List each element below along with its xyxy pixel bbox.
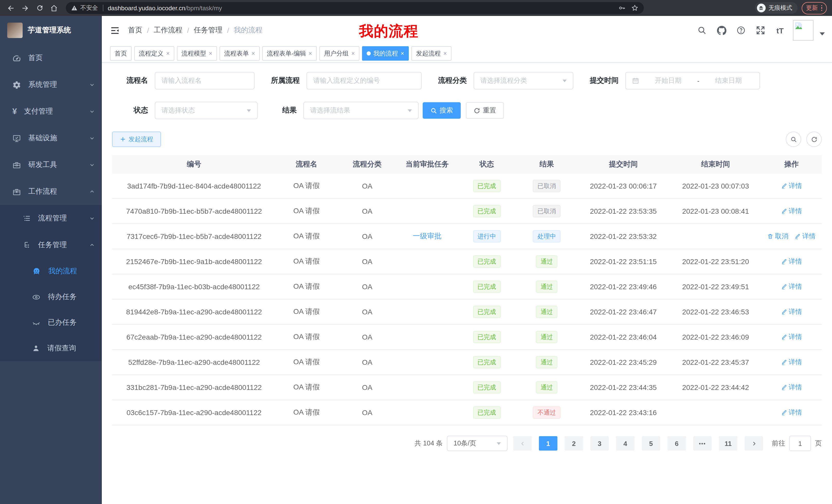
reset-button[interactable]: 重置 [466,102,504,119]
cell-current-task-link[interactable]: 一级审批 [397,232,457,241]
detail-link[interactable]: 详情 [781,383,802,392]
process-key-input[interactable]: 请输入流程定义的编号 [307,72,422,89]
cell-process-name: OA 请假 [276,358,337,367]
cell-submit-time: 2022-01-22 23:53:35 [577,207,670,215]
help-icon[interactable] [734,24,748,37]
cancel-link[interactable]: 取消 [768,232,788,241]
chevron-down-icon[interactable] [820,32,825,35]
sidebar-item-task-management[interactable]: 任务管理 [0,232,102,258]
result-select[interactable]: 请选择流结果 [303,102,419,119]
breadcrumb-item[interactable]: 任务管理 [194,26,223,35]
sidebar-item-infrastructure[interactable]: 基础设施 [0,125,102,151]
tab-process-form-edit[interactable]: 流程表单-编辑× [262,46,317,61]
sidebar-item-my-process[interactable]: 我的流程 [0,258,102,284]
briefcase-icon [12,187,21,196]
submit-time-range-picker[interactable]: 开始日期 - 结束日期 [625,72,760,89]
start-date-input[interactable]: 开始日期 [643,76,693,85]
breadcrumb-item[interactable]: 工作流程 [154,26,183,35]
fullscreen-icon[interactable] [754,24,767,37]
password-key-icon[interactable] [618,4,626,12]
create-process-button[interactable]: 发起流程 [112,132,161,147]
avatar[interactable] [793,20,813,40]
sidebar-item-label: 任务管理 [38,241,82,250]
tab-close-icon[interactable]: × [400,50,404,57]
page-button[interactable]: 4 [616,436,634,451]
back-icon[interactable] [5,2,17,13]
detail-link[interactable]: 详情 [795,232,816,241]
show-search-button[interactable] [786,132,801,147]
forward-icon[interactable] [20,2,31,13]
tab-process-model[interactable]: 流程模型× [177,46,217,61]
search-icon[interactable] [695,24,709,37]
tab-process-form[interactable]: 流程表单× [219,46,260,61]
page-button[interactable]: 3 [590,436,609,451]
reload-icon[interactable] [34,2,45,13]
sidebar-item-devtools[interactable]: 研发工具 [0,151,102,178]
sidebar-item-workflow[interactable]: 工作流程 [0,178,102,205]
detail-link[interactable]: 详情 [781,181,802,191]
github-icon[interactable] [715,24,728,37]
page-button[interactable]: 5 [642,436,660,451]
search-button[interactable]: 搜索 [423,102,461,119]
column-header: 状态 [457,160,517,169]
prev-page-button[interactable] [513,436,532,451]
bookmark-star-icon[interactable] [631,4,639,12]
top-navbar: 首页 / 工作流程 / 任务管理 / 我的流程 我的流程 tT [102,16,832,45]
page-size-select[interactable]: 10条/页 [447,436,508,451]
cell-submit-time: 2022-01-23 00:06:17 [577,182,670,190]
more-pages-button[interactable]: ••• [693,436,712,451]
breadcrumb-item[interactable]: 首页 [128,26,142,35]
tab-user-group[interactable]: 用户分组× [319,46,359,61]
chevron-down-icon [89,136,95,141]
tab-my-process[interactable]: 我的流程× [362,46,409,61]
sidebar-item-system[interactable]: 系统管理 [0,72,102,98]
page-button[interactable]: 1 [539,436,557,451]
refresh-table-button[interactable] [806,132,822,147]
url-bar[interactable]: 不安全 dashboard.yudao.iocoder.cn/bpm/task/… [66,2,644,14]
security-label[interactable]: 不安全 [80,4,98,12]
sidebar-item-done-tasks[interactable]: 已办任务 [0,310,102,335]
detail-link[interactable]: 详情 [781,408,802,417]
tab-process-definition[interactable]: 流程定义× [134,46,174,61]
tab-close-icon[interactable]: × [309,50,312,57]
menu-dots-icon[interactable] [821,5,822,11]
sidebar-item-label: 系统管理 [28,80,82,89]
detail-link[interactable]: 详情 [781,332,802,342]
user-icon [32,344,40,353]
category-select[interactable]: 请选择流程分类 [474,72,573,89]
tab-close-icon[interactable]: × [351,50,355,57]
tab-close-icon[interactable]: × [252,50,255,57]
tab-close-icon[interactable]: × [166,50,170,57]
trash-icon [768,233,774,240]
detail-link[interactable]: 详情 [781,282,802,291]
cell-process-name: OA 请假 [276,206,337,216]
sidebar-item-todo-tasks[interactable]: 待办任务 [0,284,102,310]
status-select[interactable]: 请选择状态 [155,102,258,119]
detail-link[interactable]: 详情 [781,358,802,367]
page-button[interactable]: 2 [565,436,583,451]
sidebar-item-leave-query[interactable]: 请假查询 [0,335,102,361]
next-page-button[interactable] [745,436,763,451]
detail-link[interactable]: 详情 [781,206,802,216]
result-badge: 通过 [536,381,557,394]
end-date-input[interactable]: 结束日期 [703,76,753,85]
status-badge: 已完成 [473,381,501,394]
tab-close-icon[interactable]: × [443,50,447,57]
tab-close-icon[interactable]: × [209,50,212,57]
font-size-icon[interactable]: tT [773,24,787,37]
page-button[interactable]: 6 [668,436,686,451]
page-button[interactable]: 11 [719,436,737,451]
goto-page-input[interactable]: 1 [789,436,811,451]
detail-link[interactable]: 详情 [781,307,802,316]
home-icon[interactable] [48,2,60,13]
result-badge: 通过 [536,255,557,268]
sidebar-item-payment[interactable]: ¥ 支付管理 [0,98,102,125]
sidebar-fold-icon[interactable] [110,25,120,35]
sidebar-item-process-management[interactable]: 流程管理 [0,205,102,232]
update-button[interactable]: 更新 [801,2,827,14]
sidebar-item-home[interactable]: 首页 [0,45,102,72]
detail-link[interactable]: 详情 [781,257,802,266]
tab-home[interactable]: 首页 [110,46,132,61]
tab-start-process[interactable]: 发起流程× [411,46,451,61]
process-name-input[interactable]: 请输入流程名 [155,72,255,89]
